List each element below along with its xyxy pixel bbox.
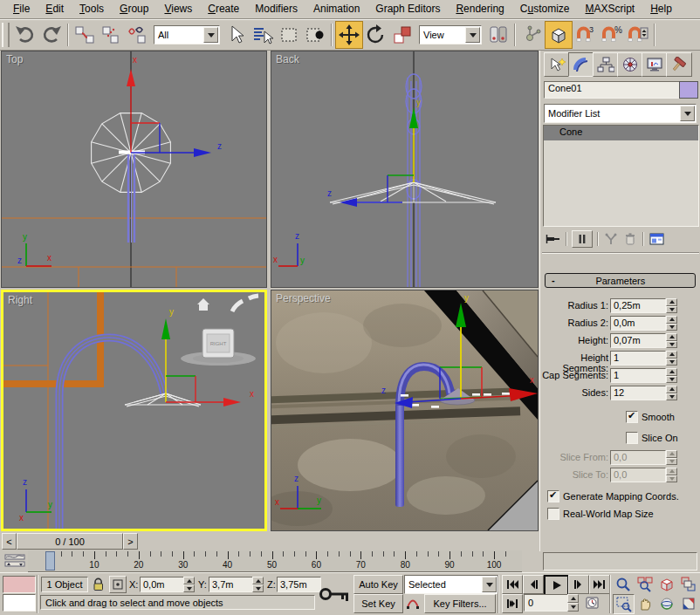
- key-mode-arrow[interactable]: [482, 577, 497, 592]
- previous-frame-button[interactable]: [523, 575, 544, 594]
- spinner[interactable]: [666, 386, 677, 400]
- viewport-back-label[interactable]: Back: [276, 53, 299, 65]
- spinner-snap-toggle-button[interactable]: [625, 22, 651, 48]
- viewcube-rotate-arc-icon[interactable]: [249, 296, 258, 298]
- select-and-scale-button[interactable]: [389, 22, 415, 48]
- select-and-link-button[interactable]: [72, 22, 98, 48]
- param-input[interactable]: 1: [610, 351, 666, 366]
- maxscript-mini-listener-pink[interactable]: [3, 576, 36, 593]
- maxscript-mini-listener-white[interactable]: [3, 594, 36, 612]
- time-slider-handle[interactable]: 0 / 100: [17, 533, 123, 550]
- unlink-selection-button[interactable]: [98, 22, 124, 48]
- spinner[interactable]: [666, 368, 677, 383]
- time-slider-next-button[interactable]: >: [123, 533, 138, 550]
- menu-item-create[interactable]: Create: [200, 0, 247, 18]
- rectangular-selection-region-button[interactable]: [276, 22, 302, 48]
- viewport-perspective[interactable]: Perspective: [271, 290, 539, 531]
- spinner[interactable]: [666, 298, 677, 313]
- viewport-top-label[interactable]: Top: [6, 53, 23, 65]
- arc-rotate-button[interactable]: [656, 594, 676, 612]
- parameters-rollout-header[interactable]: - Parameters: [545, 273, 696, 288]
- menu-item-views[interactable]: Views: [156, 0, 200, 18]
- viewport-right-label[interactable]: Right: [8, 294, 32, 306]
- default-tangent-button[interactable]: [404, 594, 422, 612]
- select-and-move-button[interactable]: [335, 21, 363, 49]
- viewcube[interactable]: RIGHT: [181, 296, 258, 366]
- viewport-right-active[interactable]: Right: [1, 290, 267, 531]
- frame-spinner[interactable]: [567, 594, 579, 612]
- tab-hierarchy[interactable]: [593, 52, 619, 77]
- z-coordinate-field[interactable]: 3,75m: [277, 577, 321, 592]
- param-input[interactable]: 1: [610, 368, 666, 383]
- param-input[interactable]: 0,07m: [610, 333, 666, 348]
- y-coordinate-field[interactable]: 3,7m: [209, 577, 255, 592]
- window-crossing-toggle-button[interactable]: [302, 22, 328, 48]
- key-mode-toggle-button[interactable]: [502, 594, 523, 613]
- spinner[interactable]: [666, 316, 677, 331]
- track-bar-ruler[interactable]: 0102030405060708090100: [28, 550, 522, 572]
- select-and-rotate-button[interactable]: [363, 22, 389, 48]
- menu-item-file[interactable]: File: [5, 0, 38, 18]
- show-end-result-button[interactable]: [572, 230, 593, 248]
- param-input[interactable]: 12: [610, 386, 666, 400]
- select-and-manipulate-button[interactable]: [518, 22, 545, 48]
- param-input[interactable]: 0,0m: [610, 316, 666, 331]
- rollout-collapse-icon[interactable]: -: [546, 275, 555, 286]
- generate-mapping-checkbox[interactable]: [547, 490, 559, 502]
- select-object-button[interactable]: [223, 22, 250, 48]
- key-filters-button[interactable]: Key Filters...: [424, 594, 496, 613]
- make-unique-icon[interactable]: [603, 232, 619, 246]
- zoom-all-button[interactable]: [635, 575, 655, 593]
- bind-to-space-warp-button[interactable]: [124, 22, 150, 48]
- menu-item-graph-editors[interactable]: Graph Editors: [367, 0, 448, 18]
- menu-item-modifiers[interactable]: Modifiers: [247, 0, 305, 18]
- pan-button[interactable]: [635, 594, 655, 612]
- set-keys-button[interactable]: [319, 577, 352, 612]
- viewport-perspective-label[interactable]: Perspective: [276, 292, 331, 304]
- go-to-start-button[interactable]: [502, 575, 523, 594]
- viewcube-rotate-arc-icon[interactable]: [232, 301, 243, 311]
- next-frame-button[interactable]: [568, 575, 589, 594]
- time-configuration-button[interactable]: [583, 594, 602, 612]
- undo-button[interactable]: [12, 22, 38, 48]
- zoom-region-button[interactable]: [613, 594, 635, 614]
- play-animation-button[interactable]: [544, 575, 569, 596]
- spinner[interactable]: [666, 333, 677, 348]
- tab-create[interactable]: [544, 52, 570, 77]
- slice-on-checkbox[interactable]: [626, 432, 638, 444]
- menu-item-rendering[interactable]: Rendering: [448, 0, 511, 18]
- zoom-extents-button[interactable]: [656, 575, 676, 593]
- menu-item-maxscript[interactable]: MAXScript: [578, 0, 643, 18]
- percent-snap-toggle-button[interactable]: %: [599, 22, 625, 48]
- angle-snap-toggle-button[interactable]: 3: [573, 22, 599, 48]
- smooth-checkbox[interactable]: [626, 411, 638, 423]
- tab-modify[interactable]: [568, 52, 594, 77]
- real-world-checkbox[interactable]: [547, 508, 559, 520]
- configure-sets-icon[interactable]: [649, 232, 665, 246]
- x-coordinate-field[interactable]: 0,0m: [140, 577, 186, 592]
- reference-coordinate-system-dropdown[interactable]: View: [419, 25, 482, 44]
- zoom-button[interactable]: [613, 575, 633, 593]
- menu-item-animation[interactable]: Animation: [305, 0, 367, 18]
- tab-motion[interactable]: [617, 52, 643, 77]
- menu-item-tools[interactable]: Tools: [72, 0, 112, 18]
- menu-item-group[interactable]: Group: [112, 0, 156, 18]
- selection-lock-toggle[interactable]: [90, 576, 106, 591]
- min-max-toggle-button[interactable]: [678, 594, 698, 612]
- pin-stack-icon[interactable]: [544, 232, 561, 246]
- menu-item-edit[interactable]: Edit: [38, 0, 72, 18]
- spinner[interactable]: [666, 351, 677, 366]
- remove-modifier-icon[interactable]: [622, 232, 638, 246]
- mini-curve-editor-button[interactable]: [3, 552, 27, 570]
- object-name-field[interactable]: Cone01: [544, 81, 682, 99]
- selection-filter-dropdown[interactable]: All: [154, 25, 220, 44]
- track-bar-frame-handle[interactable]: [45, 551, 55, 571]
- zoom-extents-all-button[interactable]: [678, 575, 698, 593]
- go-to-end-button[interactable]: [589, 575, 610, 594]
- current-frame-field[interactable]: 0: [524, 594, 571, 612]
- select-by-name-button[interactable]: [250, 22, 276, 48]
- snaps-toggle-button[interactable]: [545, 21, 573, 49]
- use-pivot-point-center-button[interactable]: [485, 22, 511, 48]
- modifier-list-dropdown[interactable]: Modifier List: [544, 104, 697, 123]
- viewport-top[interactable]: Top: [1, 51, 267, 288]
